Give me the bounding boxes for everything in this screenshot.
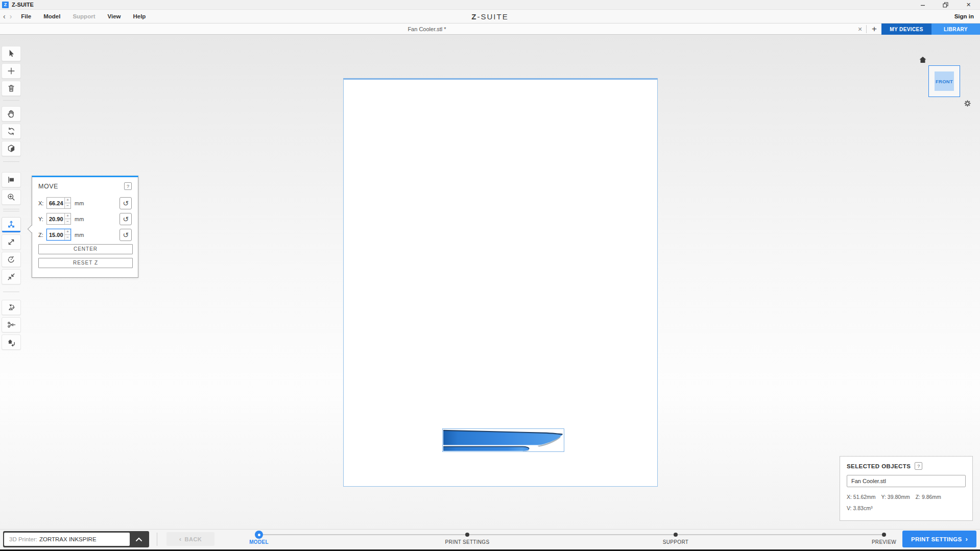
step-label-preview[interactable]: PREVIEW [872,539,896,545]
camera-view-button[interactable] [2,172,21,187]
reset-z-button[interactable]: RESET Z [38,258,133,268]
menu-view[interactable]: View [101,13,127,19]
view-cube-front-face[interactable]: FRONT [935,71,954,91]
printer-dropdown-toggle[interactable] [130,537,148,542]
x-reset-button[interactable]: ↺ [119,197,132,209]
step-label-model[interactable]: MODEL [249,539,269,545]
home-reset-icon [6,337,16,347]
scale-tool-icon [6,237,16,247]
move-tool-icon [6,220,16,230]
step-dot-print-settings[interactable] [465,533,469,537]
reset-home-button[interactable] [2,334,21,350]
chevron-up-icon [135,537,142,542]
arrange-tool-button[interactable] [2,269,21,284]
axis-row-x: X: + − mm ↺ [32,197,138,209]
nav-back-icon[interactable]: ‹ [0,13,9,20]
restore-icon [943,2,948,8]
y-increment-button[interactable]: + [65,213,70,219]
undo-icon: ↺ [123,231,129,239]
minimize-button[interactable] [911,0,934,10]
chevron-right-icon: › [965,535,968,543]
add-model-button[interactable] [2,63,21,79]
y-reset-button[interactable]: ↺ [119,213,132,225]
model-selection-box[interactable] [442,428,564,452]
x-increment-button[interactable]: + [65,198,70,203]
sign-in-link[interactable]: Sign in [954,13,974,19]
print-settings-button[interactable]: PRINT SETTINGS › [902,531,976,547]
view-cube[interactable]: FRONT [928,65,960,97]
tab-add-icon[interactable]: + [868,23,881,35]
hand-icon [6,109,16,119]
close-icon: ✕ [966,2,971,8]
step-dot-model[interactable] [255,531,263,539]
plus-icon [6,66,16,76]
z-axis-label: Z: [38,232,46,238]
toolbar-separator [3,100,19,101]
delete-model-button[interactable] [2,81,21,96]
workflow-progress-line [259,534,884,535]
step-label-support[interactable]: SUPPORT [663,539,688,545]
selected-objects-help-button[interactable]: ? [915,462,922,470]
view-cube-button[interactable] [2,141,21,156]
viewport[interactable]: FRONT MOVE ? X: + − mm ↺ Y: [0,35,980,529]
step-dot-preview[interactable] [882,533,886,537]
printer-selector[interactable]: 3D Printer: ZORTRAX INKSPIRE [3,531,149,547]
select-tool-button[interactable] [2,46,21,61]
y-decrement-button[interactable]: − [65,219,70,224]
tab-document[interactable]: Fan Cooler.stl * [0,23,854,35]
y-value-input[interactable] [47,213,64,224]
toolbar-separator [3,292,19,292]
app-title: Z-SUITE [12,2,34,8]
build-plate[interactable] [343,78,658,487]
move-panel-title: MOVE [38,183,58,190]
undo-icon: ↺ [123,199,129,207]
app-icon: Z [2,2,9,8]
menu-help[interactable]: Help [127,13,152,19]
cube-icon [6,143,16,154]
z-increment-button[interactable]: + [65,229,70,235]
orbit-arrows-icon [6,126,16,136]
restore-button[interactable] [934,0,957,10]
object-dimensions: X: 51.62mm Y: 39.80mm Z: 9.86mm [847,494,966,500]
lay-flat-button[interactable] [2,300,21,315]
z-unit-label: mm [75,232,84,238]
left-toolbar [1,35,21,529]
close-button[interactable]: ✕ [957,0,980,10]
printer-name: ZORTRAX INKSPIRE [39,536,97,542]
back-button[interactable]: ‹ BACK [166,532,214,546]
step-label-print-settings[interactable]: PRINT SETTINGS [445,539,490,545]
rotate-view-button[interactable] [2,124,21,139]
menu-support[interactable]: Support [66,13,101,19]
rotate-tool-button[interactable] [2,252,21,267]
view-settings-button[interactable] [963,99,972,108]
menu-file[interactable]: File [15,13,37,19]
home-view-button[interactable] [918,55,927,64]
y-axis-label: Y: [38,216,46,222]
zoom-in-button[interactable] [2,189,21,205]
z-decrement-button[interactable]: − [65,235,70,240]
z-reset-button[interactable]: ↺ [119,229,132,241]
fan-cooler-model[interactable] [443,429,564,451]
collapse-arrows-icon [6,272,16,282]
nav-forward-icon[interactable]: › [9,13,15,20]
tab-divider [866,25,867,33]
toolbar-separator [3,161,19,162]
menu-model[interactable]: Model [37,13,66,19]
tab-close-icon[interactable]: ✕ [855,23,865,35]
move-help-button[interactable]: ? [124,182,132,190]
tab-my-devices[interactable]: MY DEVICES [881,23,931,35]
x-value-input[interactable] [47,198,64,208]
scale-tool-button[interactable] [2,234,21,250]
selected-object-item[interactable]: Fan Cooler.stl [847,475,966,487]
step-dot-support[interactable] [674,533,678,537]
x-decrement-button[interactable]: − [65,203,70,208]
center-button[interactable]: CENTER [38,244,133,254]
cut-tool-button[interactable] [2,317,21,332]
z-value-input[interactable] [47,229,64,240]
move-tool-button[interactable] [2,217,21,232]
y-unit-label: mm [75,216,84,222]
camera-view-icon [6,175,16,185]
dimension-y: Y: 39.80mm [881,494,910,500]
tab-library[interactable]: LIBRARY [931,23,980,35]
pan-tool-button[interactable] [2,106,21,122]
